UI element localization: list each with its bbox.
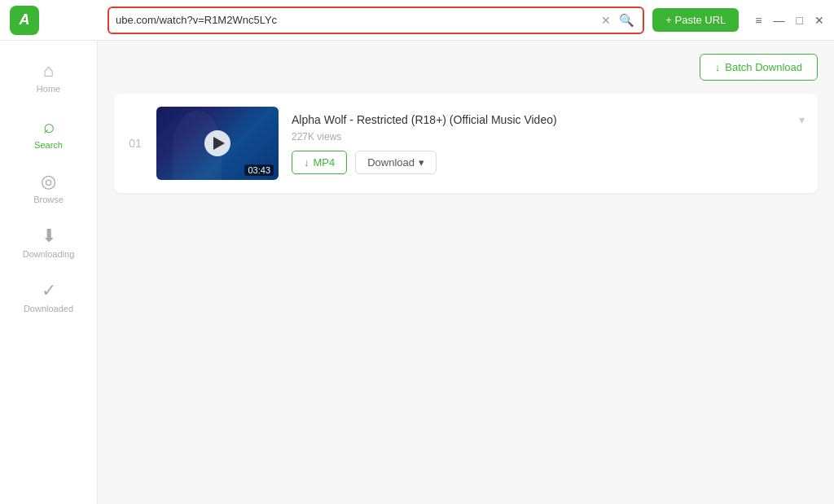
batch-download-icon: ↓ (715, 61, 721, 73)
video-thumbnail[interactable]: 03:43 (156, 107, 279, 180)
title-bar: A ✕ 🔍 + Paste URL ≡ — □ ✕ (0, 0, 834, 41)
mp4-button[interactable]: ↓ MP4 (292, 151, 347, 174)
chevron-down-icon[interactable]: ▾ (799, 113, 805, 126)
sidebar-downloading-label: Downloading (23, 249, 75, 259)
content-header: ↓ Batch Download (114, 54, 818, 81)
video-views: 227K views (292, 131, 805, 142)
video-title-row: Alpha Wolf - Restricted (R18+) (Official… (292, 113, 805, 126)
close-button[interactable]: ✕ (814, 15, 824, 26)
play-button[interactable] (204, 130, 230, 156)
minimize-button[interactable]: — (774, 15, 785, 26)
download-chevron-icon: ▾ (419, 156, 424, 169)
result-row: 01 03:43 Alpha Wolf - Restricted (R18+) … (114, 94, 818, 193)
search-input[interactable] (116, 14, 595, 26)
video-duration: 03:43 (244, 164, 274, 176)
action-row: ↓ MP4 Download ▾ (292, 151, 805, 174)
mp4-download-icon: ↓ (304, 156, 309, 169)
batch-download-label: Batch Download (725, 61, 802, 73)
sidebar-downloaded-label: Downloaded (24, 304, 73, 313)
sidebar-browse-label: Browse (33, 195, 64, 204)
downloading-icon: ⬇ (42, 227, 56, 245)
download-button[interactable]: Download ▾ (355, 151, 437, 174)
sidebar-home-label: Home (37, 84, 60, 94)
logo-area: A (10, 6, 99, 35)
batch-download-button[interactable]: ↓ Batch Download (700, 54, 818, 81)
sidebar-item-search[interactable]: ⌕ Search (0, 103, 97, 160)
video-title: Alpha Wolf - Restricted (R18+) (Official… (292, 113, 557, 126)
search-bar: ✕ 🔍 (108, 7, 644, 34)
menu-button[interactable]: ≡ (755, 15, 762, 26)
main-layout: ⌂ Home ⌕ Search ◎ Browse ⬇ Downloading ✓… (0, 41, 834, 504)
paste-url-label: + Paste URL (665, 14, 726, 26)
video-info: Alpha Wolf - Restricted (R18+) (Official… (292, 113, 805, 174)
window-controls: ≡ — □ ✕ (755, 15, 824, 26)
maximize-button[interactable]: □ (797, 15, 803, 26)
browse-icon: ◎ (41, 173, 56, 191)
download-label: Download (367, 156, 415, 169)
app-logo-icon: A (10, 6, 39, 35)
sidebar-item-browse[interactable]: ◎ Browse (0, 160, 97, 214)
search-submit-button[interactable]: 🔍 (617, 11, 636, 29)
play-triangle-icon (213, 137, 225, 150)
mp4-label: MP4 (314, 156, 336, 169)
sidebar: ⌂ Home ⌕ Search ◎ Browse ⬇ Downloading ✓… (0, 41, 98, 504)
search-clear-button[interactable]: ✕ (599, 13, 612, 28)
search-icon: ⌕ (43, 116, 55, 136)
result-number: 01 (127, 137, 143, 150)
sidebar-item-downloaded[interactable]: ✓ Downloaded (0, 269, 97, 323)
sidebar-item-home[interactable]: ⌂ Home (0, 49, 97, 103)
content-area: ↓ Batch Download 01 03:43 Alpha Wolf (98, 41, 834, 504)
paste-url-button[interactable]: + Paste URL (652, 8, 739, 32)
downloaded-icon: ✓ (42, 282, 56, 300)
sidebar-search-label: Search (34, 140, 63, 150)
sidebar-item-downloading[interactable]: ⬇ Downloading (0, 214, 97, 269)
home-icon: ⌂ (43, 62, 54, 80)
